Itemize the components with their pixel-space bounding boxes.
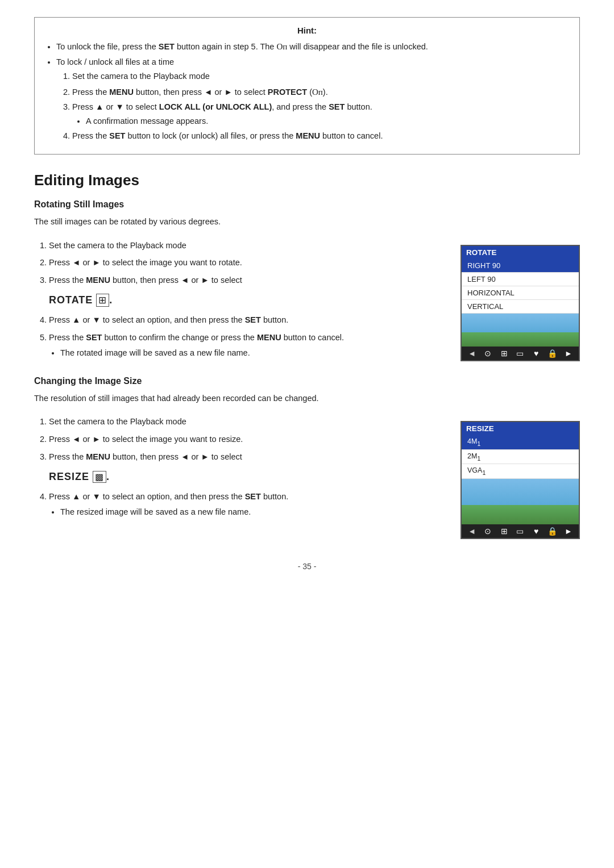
menu-kw-2: MENU (257, 333, 281, 342)
rotate-icon: ⊞ (96, 294, 109, 307)
resize-right-arrow-icon: ► (562, 527, 575, 536)
confirmation-msg: A confirmation message appears. (86, 115, 568, 128)
resize-step-2: Press ◄ or ► to select the image you wan… (49, 433, 443, 446)
rotate-step-5: Press the SET button to confirm the chan… (49, 331, 443, 360)
protect-symbol: Oп (312, 87, 323, 97)
resize-steps: Set the camera to the Playback mode Pres… (34, 415, 443, 523)
page-number: - 35 - (34, 562, 580, 571)
set-kw-2: SET (86, 333, 102, 342)
rotate-steps-list: Set the camera to the Playback mode Pres… (49, 239, 443, 360)
rotate-subbullet: The rotated image will be saved as a new… (60, 347, 443, 360)
resize-step-4: Press ▲ or ▼ to select an option, and th… (49, 490, 443, 519)
resize-heart-icon: ♥ (529, 527, 543, 536)
rotate-camera-screen: ROTATE RIGHT 90 LEFT 90 HORIZONTAL VERTI… (460, 245, 580, 361)
rotate-menu-header: ROTATE (462, 246, 579, 259)
rotate-preview-image (462, 314, 579, 347)
grid-icon: ⊞ (497, 349, 511, 358)
rotate-subtitle: Rotating Still Images (34, 199, 580, 210)
resize-bottom-bar: ◄ ⊙ ⊞ ▭ ♥ 🔒 ► (462, 524, 579, 538)
resize-camera-menu: RESIZE 4M1 2M1 VGA1 (462, 422, 579, 479)
camera-mode-icon: ⊙ (481, 349, 495, 358)
rotate-menu-item-right90: RIGHT 90 (462, 259, 579, 273)
rotate-description: The still images can be rotated by vario… (34, 215, 580, 228)
set-keyword-3: SET (109, 131, 125, 140)
rotate-step-2: Press ◄ or ► to select the image you wan… (49, 256, 443, 270)
resize-square-icon: ▭ (513, 527, 527, 536)
lock-symbol: Oп (276, 42, 287, 51)
resize-left-arrow-icon: ◄ (465, 527, 479, 536)
hint-substeps: Set the camera to the Playback mode Pres… (72, 70, 568, 143)
resize-menu-header: RESIZE (462, 422, 579, 435)
rotate-step-3: Press the MENU button, then press ◄ or ►… (49, 274, 443, 309)
resize-step-3: Press the MENU button, then press ◄ or ►… (49, 450, 443, 486)
rotate-content-block: Set the camera to the Playback mode Pres… (34, 239, 580, 364)
hint-step-3: Press ▲ or ▼ to select LOCK ALL (or UNLO… (72, 101, 568, 128)
section-title: Editing Images (34, 172, 580, 189)
rotate-label-display: ROTATE ⊞. (49, 292, 443, 309)
sky-layer (462, 314, 579, 333)
resize-camera-screen: RESIZE 4M1 2M1 VGA1 ◄ ⊙ ⊞ ▭ ♥ 🔒 ► (460, 421, 580, 539)
hint-step-1: Set the camera to the Playback mode (72, 70, 568, 83)
rotate-menu-item-horizontal: HORIZONTAL (462, 286, 579, 300)
resize-menu-item-2m: 2M1 (462, 450, 579, 465)
left-arrow-icon: ◄ (465, 349, 479, 358)
hint-box: Hint: To unlock the file, press the SET … (34, 17, 580, 155)
resize-protect-icon: 🔒 (546, 527, 559, 536)
set-keyword-2: SET (329, 102, 345, 111)
hint-item-2: To lock / unlock all files at a time Set… (56, 56, 568, 143)
resize-camera-mode-icon: ⊙ (481, 527, 495, 536)
resize-menu-item-4m: 4M1 (462, 435, 579, 450)
rotate-subsection: Rotating Still Images The still images c… (34, 199, 580, 364)
hint-list: To unlock the file, press the SET button… (56, 40, 568, 143)
menu-keyword: MENU (109, 87, 134, 97)
hint-step-2: Press the MENU button, then press ◄ or ►… (72, 85, 568, 99)
hint-item-1: To unlock the file, press the SET button… (56, 40, 568, 53)
resize-grid-icon: ⊞ (497, 527, 511, 536)
right-arrow-icon: ► (562, 349, 575, 358)
resize-preview-image (462, 479, 579, 524)
resize-sky-layer (462, 479, 579, 506)
hint-title: Hint: (46, 26, 568, 35)
resize-icon: ▩ (93, 471, 106, 483)
lockall-keyword: LOCK ALL (or UNLOCK ALL) (159, 102, 272, 111)
editing-images-section: Editing Images Rotating Still Images The… (34, 172, 580, 539)
resize-menu-item-vga: VGA1 (462, 464, 579, 479)
resize-steps-list: Set the camera to the Playback mode Pres… (49, 415, 443, 519)
rotate-step-1: Set the camera to the Playback mode (49, 239, 443, 253)
resize-step-1: Set the camera to the Playback mode (49, 415, 443, 429)
resize-save-note: The resized image will be saved as a new… (60, 506, 443, 519)
heart-icon: ♥ (529, 349, 543, 358)
hint-subbullet: A confirmation message appears. (86, 115, 568, 128)
resize-content-block: Set the camera to the Playback mode Pres… (34, 415, 580, 539)
protect-keyword: PROTECT (268, 87, 307, 97)
resize-subtitle: Changing the Image Size (34, 376, 580, 386)
resize-description: The resolution of still images that had … (34, 392, 580, 405)
rotate-menu-item-left90: LEFT 90 (462, 273, 579, 286)
rotate-step-4: Press ▲ or ▼ to select an option, and th… (49, 314, 443, 327)
resize-subsection: Changing the Image Size The resolution o… (34, 376, 580, 539)
resize-ground-layer (462, 505, 579, 524)
rotate-save-note: The rotated image will be saved as a new… (60, 347, 443, 360)
set-keyword: SET (159, 42, 175, 51)
rotate-bottom-bar: ◄ ⊙ ⊞ ▭ ♥ 🔒 ► (462, 347, 579, 360)
hint-step-4: Press the SET button to lock (or unlock)… (72, 130, 568, 143)
rotate-steps: Set the camera to the Playback mode Pres… (34, 239, 443, 364)
ground-layer (462, 332, 579, 346)
square-icon: ▭ (513, 349, 527, 358)
resize-label-display: RESIZE ▩. (49, 469, 443, 486)
set-kw-resize: SET (245, 492, 261, 501)
resize-subbullet: The resized image will be saved as a new… (60, 506, 443, 519)
set-kw: SET (245, 315, 261, 324)
menu-keyword-2: MENU (296, 131, 320, 140)
menu-kw-resize: MENU (86, 452, 110, 461)
protect-icon: 🔒 (546, 349, 559, 358)
rotate-camera-menu: ROTATE RIGHT 90 LEFT 90 HORIZONTAL VERTI… (462, 246, 579, 314)
menu-kw: MENU (86, 276, 110, 285)
rotate-menu-item-vertical: VERTICAL (462, 300, 579, 314)
